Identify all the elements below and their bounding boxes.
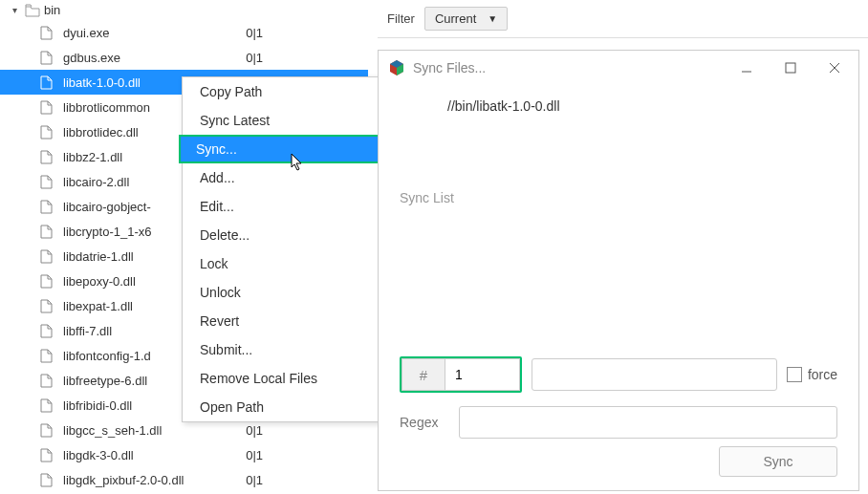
sync-dialog: Sync Files... //bin/libatk-1.0-0.dll Syn…	[378, 50, 859, 491]
file-icon	[40, 422, 55, 438]
file-name: libgcc_s_seh-1.dll	[63, 423, 162, 438]
file-name: libcairo-2.dll	[63, 175, 129, 189]
context-menu: Copy PathSync LatestSync...Add...Edit...…	[182, 76, 384, 422]
file-name: libbrotlidec.dll	[63, 125, 139, 140]
file-icon	[40, 50, 55, 65]
regex-label: Regex	[400, 415, 449, 430]
file-icon	[40, 298, 55, 313]
file-name: libbz2-1.dll	[63, 150, 122, 164]
file-name: libfribidi-0.dll	[63, 398, 132, 413]
file-icon	[40, 75, 55, 90]
file-icon	[40, 397, 55, 413]
sync-path: //bin/libatk-1.0-0.dll	[447, 98, 560, 114]
force-checkbox[interactable]	[787, 367, 802, 382]
file-status: 0|1	[246, 473, 368, 487]
file-name: libcrypto-1_1-x6	[63, 225, 152, 239]
file-icon	[40, 273, 55, 289]
file-status: 0|1	[246, 448, 368, 462]
folder-row[interactable]: ▾ bin	[0, 0, 368, 20]
file-name: libdatrie-1.dll	[63, 249, 134, 264]
file-icon	[40, 174, 55, 189]
menu-item[interactable]: Sync Latest	[183, 106, 383, 135]
file-name: libgdk-3-0.dll	[63, 448, 134, 462]
maximize-button[interactable]	[769, 54, 813, 82]
file-row[interactable]: dyui.exe0|1	[0, 20, 368, 45]
text-input[interactable]	[532, 358, 777, 391]
sequence-input[interactable]	[445, 358, 520, 391]
menu-item[interactable]: Sync...	[179, 135, 387, 163]
svg-rect-4	[786, 63, 795, 73]
force-checkbox-wrap[interactable]: force	[787, 367, 837, 382]
menu-item[interactable]: Lock	[183, 249, 383, 278]
file-row[interactable]: libgdk_pixbuf-2.0-0.dll0|1	[0, 467, 368, 492]
file-name: dyui.exe	[63, 26, 109, 40]
folder-name: bin	[44, 3, 60, 17]
folder-icon	[25, 4, 40, 17]
file-name: libbrotlicommon	[63, 100, 150, 115]
file-status: 0|1	[246, 51, 368, 65]
menu-item[interactable]: Add...	[183, 163, 383, 192]
file-status: 0|1	[246, 26, 368, 40]
dialog-title: Sync Files...	[413, 60, 725, 75]
file-icon	[40, 149, 55, 164]
file-icon	[40, 25, 55, 40]
menu-item[interactable]: Remove Local Files	[183, 364, 383, 393]
file-icon	[40, 348, 55, 363]
dialog-body: //bin/libatk-1.0-0.dll Sync List	[379, 85, 858, 215]
file-icon	[40, 373, 55, 388]
close-button[interactable]	[813, 54, 857, 82]
filter-select[interactable]: Current ▼	[424, 7, 508, 31]
hash-button[interactable]: #	[401, 358, 445, 391]
menu-item[interactable]: Revert	[183, 307, 383, 335]
minimize-button[interactable]	[725, 54, 769, 82]
titlebar: Sync Files...	[379, 51, 858, 85]
menu-item[interactable]: Unlock	[183, 278, 383, 307]
file-icon	[40, 99, 55, 115]
file-name: libffi-7.dll	[63, 324, 112, 338]
file-name: libfreetype-6.dll	[63, 374, 147, 388]
file-icon	[40, 248, 55, 264]
filter-value: Current	[435, 11, 476, 26]
file-icon	[40, 124, 55, 140]
file-name: gdbus.exe	[63, 51, 120, 65]
menu-item[interactable]: Submit...	[183, 335, 383, 364]
filter-bar: Filter Current ▼	[378, 0, 868, 38]
file-icon	[40, 472, 55, 487]
file-name: libexpat-1.dll	[63, 299, 133, 313]
file-name: libcairo-gobject-	[63, 200, 151, 214]
file-row[interactable]: libgdk-3-0.dll0|1	[0, 442, 368, 467]
app-icon	[388, 59, 405, 76]
file-row[interactable]: gdbus.exe0|1	[0, 45, 368, 70]
file-status: 0|1	[246, 423, 368, 438]
file-icon	[40, 447, 55, 462]
menu-item[interactable]: Delete...	[183, 221, 383, 249]
file-icon	[40, 224, 55, 239]
filter-label: Filter	[387, 11, 415, 26]
file-name: libatk-1.0-0.dll	[63, 75, 141, 90]
sync-list-label: Sync List	[400, 190, 467, 205]
menu-item[interactable]: Copy Path	[183, 77, 383, 106]
menu-item[interactable]: Edit...	[183, 192, 383, 221]
sequence-combo: #	[400, 356, 522, 393]
expand-icon[interactable]: ▾	[8, 5, 21, 15]
file-name: libgdk_pixbuf-2.0-0.dll	[63, 473, 184, 487]
file-icon	[40, 323, 55, 338]
file-icon	[40, 199, 55, 214]
dropdown-icon: ▼	[488, 13, 497, 24]
file-name: libepoxy-0.dll	[63, 274, 136, 289]
regex-input[interactable]	[459, 406, 837, 439]
force-label: force	[808, 367, 837, 382]
sync-button[interactable]: Sync	[719, 446, 837, 477]
menu-item[interactable]: Open Path	[183, 393, 383, 421]
file-name: libfontconfig-1.d	[63, 349, 151, 363]
